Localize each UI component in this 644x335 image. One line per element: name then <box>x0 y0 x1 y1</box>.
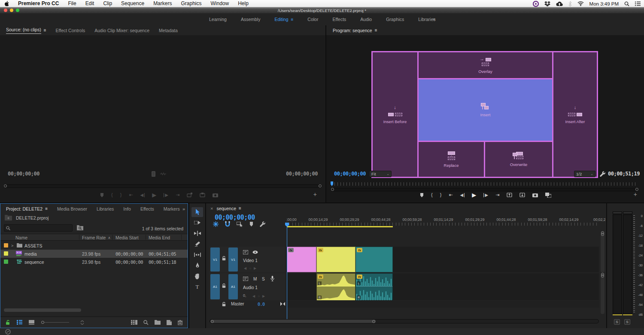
video-clip-2[interactable]: fx <box>316 247 355 272</box>
keyframe-type-icon[interactable]: 0, <box>243 293 246 298</box>
ripple-edit-tool[interactable] <box>189 228 205 238</box>
new-bin-button[interactable] <box>155 320 161 325</box>
prev-keyframe-icon[interactable]: ◀ <box>252 294 258 298</box>
audio-clip-1[interactable]: L R fx <box>316 273 355 300</box>
label-color-swatch[interactable] <box>4 251 8 256</box>
column-frame-rate[interactable]: Frame Rate∧ <box>82 235 110 240</box>
workspace-overflow-icon[interactable]: » <box>433 16 435 21</box>
column-media-start[interactable]: Media Start <box>115 235 139 240</box>
workspace-graphics[interactable]: Graphics <box>386 17 404 22</box>
master-bowtie-icon[interactable] <box>280 302 285 306</box>
zoom-handle-left[interactable] <box>211 320 214 323</box>
timeline-panel-menu-icon[interactable]: ≡ <box>239 206 241 211</box>
comparison-view-button[interactable] <box>545 193 551 198</box>
video-clip-3[interactable]: fx <box>355 247 393 272</box>
tab-audio-clip-mixer[interactable]: Audio Clip Mixer: sequence <box>94 28 149 33</box>
extract-button[interactable] <box>519 193 525 197</box>
master-track-name[interactable]: Master <box>231 302 244 306</box>
add-marker-button[interactable] <box>420 193 424 197</box>
tab-metadata[interactable]: Metadata <box>159 28 178 33</box>
workspace-audio[interactable]: Audio <box>360 17 372 22</box>
source-patch-a1[interactable]: A1 <box>210 274 220 299</box>
mark-out-button[interactable]: } <box>440 193 442 197</box>
zoom-window-button[interactable] <box>16 9 19 12</box>
column-media-end[interactable]: Media End <box>149 235 170 240</box>
menubar-clock[interactable]: Mon 3:49 PM <box>589 1 619 6</box>
work-area-bar[interactable] <box>287 226 393 227</box>
program-mini-timeline[interactable] <box>331 182 638 186</box>
pen-tool[interactable] <box>189 260 205 271</box>
video-clip-1[interactable]: fx <box>287 247 316 272</box>
track-lock-icon[interactable] <box>222 284 226 288</box>
menu-graphics[interactable]: Graphics <box>181 0 201 6</box>
drag-audio-video-icon[interactable] <box>160 172 166 176</box>
playback-resolution-dropdown[interactable]: 1/2⌄ <box>574 171 595 177</box>
audio-tracks-scrollbar[interactable] <box>601 273 605 314</box>
minimize-window-button[interactable] <box>10 9 13 12</box>
cc-status-icon[interactable] <box>5 329 11 335</box>
timeline-settings-wrench-icon[interactable] <box>260 221 265 227</box>
go-to-out-button[interactable]: ⇥ <box>176 193 179 197</box>
icon-view-button[interactable] <box>29 320 34 325</box>
bluetooth-icon[interactable] <box>568 1 572 6</box>
new-item-button[interactable] <box>167 320 172 325</box>
notification-center-icon[interactable] <box>635 1 641 6</box>
source-settings-icon[interactable] <box>151 171 156 177</box>
zoom-slider-handle[interactable] <box>41 321 44 324</box>
mark-in-button[interactable]: { <box>431 193 433 197</box>
source-zoom-handle-left[interactable] <box>4 184 7 187</box>
mute-track-button[interactable]: M <box>253 277 257 281</box>
zoom-level-dropdown[interactable]: Fit⌄ <box>369 171 392 177</box>
tab-effect-controls[interactable]: Effect Controls <box>56 28 85 33</box>
track-lock-icon[interactable] <box>222 302 226 307</box>
timeline-horizontal-scrollbar[interactable] <box>210 319 599 323</box>
insert-button[interactable] <box>187 193 192 197</box>
search-bins-icon[interactable] <box>77 225 83 230</box>
project-breadcrumb[interactable]: DELETE2.prproj <box>5 215 49 220</box>
workspace-assembly[interactable]: Assembly <box>241 17 261 22</box>
track-select-forward-tool[interactable] <box>189 217 205 228</box>
project-row-media[interactable]: media 23.98 fps 00;00;00;00 00;04;51;05 <box>0 250 188 258</box>
tab-libraries[interactable]: Libraries <box>97 206 114 211</box>
step-back-button[interactable]: ◀ <box>140 193 145 197</box>
menu-sequence[interactable]: Sequence <box>121 0 144 6</box>
timeline-playhead-timecode[interactable]: 00;00;00;00 <box>215 214 255 221</box>
program-current-timecode[interactable]: 00;00;00;00 <box>334 171 366 177</box>
step-back-button[interactable]: ◀ <box>460 193 465 197</box>
lift-button[interactable] <box>507 193 512 197</box>
video-tracks-scrollbar[interactable] <box>601 232 605 272</box>
drop-zone-insert-before[interactable]: ↓ Insert Before <box>373 52 417 177</box>
solo-track-button[interactable]: S <box>262 277 265 281</box>
go-to-out-button[interactable]: ⇥ <box>495 193 499 197</box>
project-panel-menu-icon[interactable]: ≡ <box>45 206 48 211</box>
play-button[interactable]: ▶ <box>152 192 156 198</box>
sync-lock-icon[interactable] <box>243 277 248 281</box>
project-tabs-overflow-icon[interactable]: » <box>182 206 185 211</box>
next-keyframe-icon[interactable]: ▶ <box>262 294 267 298</box>
razor-tool[interactable] <box>189 238 205 249</box>
mark-out-button[interactable]: } <box>120 193 122 197</box>
zoom-handle-right[interactable] <box>372 320 375 323</box>
window-titlebar[interactable]: /Users/sean/Desktop/DELETE/DELETE2.prpro… <box>0 7 644 13</box>
hand-tool[interactable] <box>189 271 205 281</box>
menu-window[interactable]: Window <box>211 0 229 6</box>
project-horizontal-scrollbar[interactable] <box>4 308 81 312</box>
spotlight-search-icon[interactable] <box>624 1 629 6</box>
drop-zone-overlay[interactable]: → Overlay <box>419 52 552 78</box>
disclosure-chevron-icon[interactable]: > <box>11 244 13 248</box>
tab-project[interactable]: Project: DELETE2≡ <box>6 206 48 211</box>
close-window-button[interactable] <box>4 9 7 12</box>
search-input[interactable] <box>4 224 73 232</box>
play-button[interactable]: ▶ <box>472 192 476 198</box>
menu-help[interactable]: Help <box>238 0 249 6</box>
menu-file[interactable]: File <box>68 0 76 6</box>
add-keyframe-icon[interactable]: ○ <box>249 266 254 270</box>
project-list-header[interactable]: Name Frame Rate∧ Media Start Media End <box>0 234 188 241</box>
settings-wrench-icon[interactable] <box>600 171 605 177</box>
add-keyframe-icon[interactable]: ○ <box>258 294 262 298</box>
automate-to-sequence-button[interactable] <box>131 320 137 325</box>
source-panel-menu-icon[interactable]: ≡ <box>44 28 46 33</box>
next-keyframe-icon[interactable]: ▶ <box>254 266 259 270</box>
type-tool[interactable]: T <box>189 281 205 292</box>
add-marker-button[interactable] <box>249 222 253 226</box>
